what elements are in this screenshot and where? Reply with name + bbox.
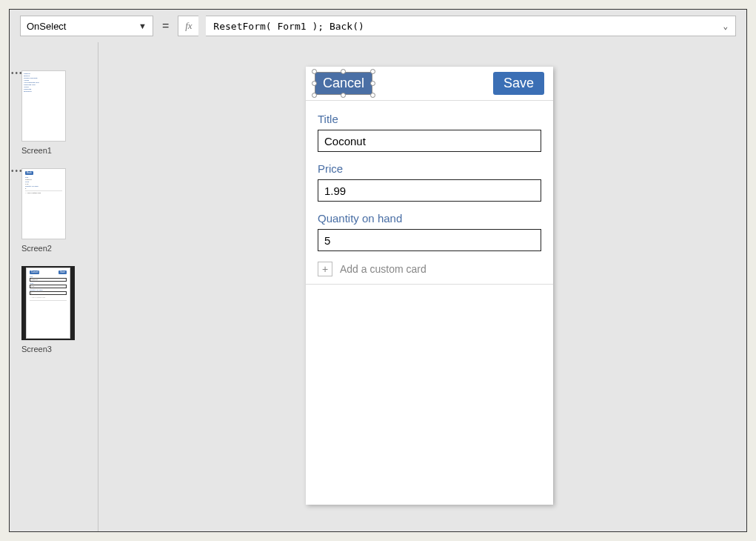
- thumb-preview-screen1[interactable]: Coconut Banana Orange Chocolate Mango Mi…: [21, 70, 66, 142]
- formula-chevron-down-icon[interactable]: ⌄: [723, 21, 728, 31]
- thumb-menu-icon[interactable]: •••: [11, 69, 21, 77]
- field-title-input[interactable]: Coconut: [318, 130, 541, 152]
- selection-handle-icon[interactable]: [370, 93, 375, 98]
- field-price-label: Price: [318, 162, 541, 175]
- formula-bar: OnSelect ▼ = fx ResetForm( Form1 ); Back…: [10, 10, 746, 42]
- field-price-input[interactable]: 1.99: [318, 179, 541, 202]
- field-qty-value: 5: [324, 234, 330, 247]
- field-price: Price 1.99: [318, 162, 541, 202]
- thumb-label: Screen1: [21, 146, 98, 155]
- chevron-down-icon: ▼: [138, 21, 147, 30]
- thumb-preview-screen2[interactable]: Back Title Coconut Price 1.99 Quantity o…: [21, 168, 66, 239]
- thumb1-micro: Coconut Banana Orange Chocolate Mango Mi…: [22, 71, 65, 94]
- form-body: Title Coconut Price 1.99 Qua: [306, 101, 553, 285]
- property-select-value: OnSelect: [27, 21, 66, 32]
- save-button[interactable]: Save: [493, 72, 544, 95]
- phone-preview: Cancel Save: [306, 67, 553, 505]
- canvas[interactable]: Cancel Save: [98, 42, 746, 531]
- field-qty-label: Quantity on hand: [318, 212, 541, 225]
- field-title: Title Coconut: [318, 113, 541, 152]
- thumb-label: Screen3: [21, 345, 98, 354]
- selection-handle-icon[interactable]: [312, 93, 317, 98]
- equals-sign: =: [161, 19, 170, 33]
- field-qty-input[interactable]: 5: [318, 229, 541, 251]
- selection-handle-icon[interactable]: [341, 93, 346, 98]
- thumb-preview-screen3[interactable]: Cancel Save Title Coconut Price 1.99 Qua…: [26, 268, 70, 339]
- selection-handle-icon[interactable]: [312, 81, 317, 86]
- main-area: ••• Coconut Banana Orange Chocolate Mang…: [10, 42, 746, 531]
- field-title-value: Coconut: [324, 135, 366, 147]
- screen-thumbnails-panel: ••• Coconut Banana Orange Chocolate Mang…: [21, 42, 98, 531]
- add-custom-card-label: Add a custom card: [340, 263, 426, 275]
- app-frame: OnSelect ▼ = fx ResetForm( Form1 ); Back…: [9, 9, 747, 532]
- cancel-button[interactable]: Cancel: [315, 72, 372, 95]
- thumb-gutter: [10, 42, 21, 531]
- field-price-value: 1.99: [324, 185, 346, 197]
- thumb-screen3[interactable]: Cancel Save Title Coconut Price 1.99 Qua…: [21, 266, 98, 354]
- selection-handle-icon[interactable]: [341, 69, 346, 74]
- formula-input[interactable]: ResetForm( Form1 ); Back() ⌄: [206, 16, 736, 36]
- plus-icon[interactable]: +: [318, 262, 332, 276]
- thumb-label: Screen2: [21, 244, 98, 253]
- add-custom-card[interactable]: + Add a custom card: [318, 262, 541, 276]
- formula-text: ResetForm( Form1 ); Back(): [213, 21, 364, 32]
- selection-handle-icon[interactable]: [370, 69, 375, 74]
- field-qty: Quantity on hand 5: [318, 212, 541, 251]
- property-select[interactable]: OnSelect ▼: [20, 16, 153, 36]
- thumb2-micro: Back Title Coconut Price 1.99 Quantity o…: [22, 169, 65, 196]
- thumb-menu-icon[interactable]: •••: [11, 167, 21, 175]
- selection-handle-icon[interactable]: [370, 81, 375, 86]
- fx-icon[interactable]: fx: [178, 16, 198, 36]
- field-title-label: Title: [318, 113, 541, 125]
- thumb-screen1[interactable]: ••• Coconut Banana Orange Chocolate Mang…: [21, 70, 98, 155]
- thumb3-micro: Cancel Save Title Coconut Price 1.99 Qua…: [27, 268, 70, 304]
- thumb-selected-highlight: Cancel Save Title Coconut Price 1.99 Qua…: [21, 266, 75, 340]
- selection-handle-icon[interactable]: [312, 69, 317, 74]
- thumb-screen2[interactable]: ••• Back Title Coconut Price 1.99 Quanti…: [21, 168, 98, 253]
- cancel-button-selection[interactable]: Cancel: [315, 72, 372, 95]
- phone-header: Cancel Save: [306, 67, 553, 101]
